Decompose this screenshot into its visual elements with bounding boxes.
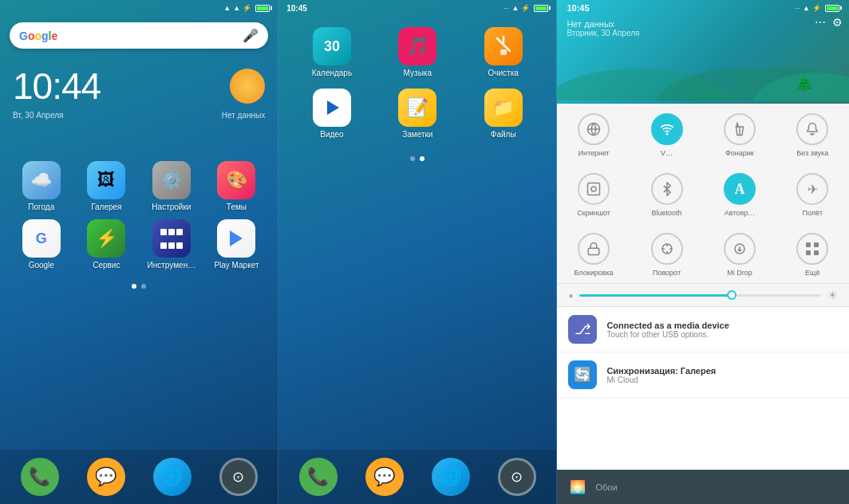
qs-more-button[interactable]: ⋯: [815, 16, 826, 29]
calendar-icon: 30: [313, 27, 351, 65]
app-label-gallery: Галерея: [91, 203, 121, 211]
qs-no-data: Нет данных: [567, 19, 839, 29]
page-dots-2: [278, 150, 556, 167]
quick-settings-screen: 10:45 ··· ▲ ⚡ Нет данных Вторник, 30 Апр…: [557, 0, 849, 504]
qs-tile-rotation[interactable]: Поворот: [630, 223, 703, 283]
status-bar-2: 10:45 ··· ▲ ⚡: [278, 0, 556, 16]
qs-tile-bluetooth[interactable]: Bluetooth: [630, 163, 703, 223]
qs-midrop-icon: [724, 233, 756, 265]
qs-airplane-icon: ✈: [796, 173, 828, 205]
status-time-2: 10:45: [286, 4, 307, 13]
dock2-browser[interactable]: 🌐: [432, 458, 470, 496]
signal-icon-1: ▲: [233, 4, 240, 12]
app-gallery[interactable]: 🖼 Галерея: [78, 161, 136, 211]
app-settings[interactable]: ⚙️ Настройки: [143, 161, 200, 211]
tools-icon: [152, 219, 191, 258]
page-dots-1: [0, 278, 278, 295]
qs-internet-icon: [578, 113, 610, 145]
svg-rect-11: [588, 183, 600, 195]
qs-tile-flashlight[interactable]: Фонарик: [703, 104, 776, 163]
status-icons-1: ▲ ▲ ⚡: [223, 4, 270, 12]
dock2-messages[interactable]: 💬: [365, 458, 404, 496]
files-icon: 📁: [484, 89, 523, 127]
dock-messages[interactable]: 💬: [87, 458, 125, 496]
qs-dots-icon: ···: [795, 4, 801, 12]
qs-flashlight-icon: [724, 113, 756, 145]
app-tools[interactable]: Инструмен…: [143, 219, 200, 270]
google-search-bar[interactable]: Google 🎤: [10, 22, 268, 49]
qs-tile-lock[interactable]: Блокировка: [557, 223, 630, 283]
qs-settings-button[interactable]: ⚙: [832, 16, 843, 29]
app-grid-2: 30 Календарь 🎵 Музыка Очистка Видео 📝 За…: [278, 16, 556, 150]
svg-rect-1: [500, 49, 507, 55]
app-label-tools: Инструмен…: [148, 261, 196, 270]
qs-midrop-label: Mi Drop: [727, 269, 752, 277]
qs-rotation-label: Поворот: [653, 269, 681, 277]
app-label-google: Google: [29, 261, 54, 270]
music-icon: 🎵: [398, 27, 436, 65]
app-music[interactable]: 🎵 Музыка: [381, 27, 455, 77]
dock-phone[interactable]: 📞: [21, 458, 59, 496]
dock-browser[interactable]: 🌐: [153, 458, 192, 496]
dock2-phone[interactable]: 📞: [299, 458, 338, 496]
app-play[interactable]: Play Маркет: [208, 219, 266, 270]
google-mic-icon[interactable]: 🎤: [243, 28, 259, 43]
usb-notif-text: Connected as a media device Touch for ot…: [606, 321, 729, 339]
app-service[interactable]: ⚡ Сервис: [78, 219, 136, 270]
app-files[interactable]: 📁 Файлы: [466, 89, 540, 139]
qs-toggle-grid: Интернет V… Фонарик Без звука Скриншот: [557, 104, 849, 284]
usb-icon: ⎇: [568, 315, 597, 344]
qs-date: Вторник, 30 Апреля: [567, 29, 839, 37]
gallery-icon: 🖼: [87, 161, 125, 199]
qs-tile-more[interactable]: Ещё: [776, 223, 849, 283]
charge-icon-1: ⚡: [243, 4, 251, 12]
app-clean[interactable]: Очистка: [466, 27, 540, 77]
qs-charge-icon: ⚡: [812, 4, 821, 12]
google-app-icon: G: [22, 219, 61, 258]
qs-internet-label: Интернет: [578, 149, 609, 157]
app-label-calendar: Календарь: [312, 69, 352, 77]
qs-tile-mute[interactable]: Без звука: [776, 104, 849, 163]
app-calendar[interactable]: 30 Календарь: [294, 27, 369, 77]
qs-wifi-tile-icon: [651, 113, 683, 145]
weather-icon: ☁️: [22, 161, 61, 199]
dot-2-inactive: [410, 156, 415, 161]
play-icon: [217, 219, 255, 258]
weather-widget: [230, 69, 265, 104]
clock-widget: 10:44: [0, 55, 278, 111]
qs-tile-airplane[interactable]: ✈ Полёт: [776, 163, 849, 223]
app-video[interactable]: Видео: [294, 89, 369, 139]
app-weather[interactable]: ☁️ Погода: [13, 161, 70, 211]
google-logo: Google: [19, 30, 57, 42]
wifi-icon-1: ▲: [223, 4, 231, 12]
app-google[interactable]: G Google: [13, 219, 70, 270]
app-themes[interactable]: 🎨 Темы: [208, 161, 266, 211]
dock2-camera[interactable]: ⊙: [498, 458, 536, 496]
qs-rotation-icon: [651, 233, 683, 265]
brightness-track[interactable]: [579, 294, 821, 297]
notification-sync[interactable]: 🔄 Синхронизация: Галерея Mi Cloud: [557, 352, 849, 398]
app-notes[interactable]: 📝 Заметки: [381, 89, 455, 139]
notification-usb[interactable]: ⎇ Connected as a media device Touch for …: [557, 307, 849, 352]
qs-lock-icon: [578, 233, 610, 265]
clock-date: Вт, 30 Апреля: [13, 111, 63, 120]
qs-status-icons: ··· ▲ ⚡: [795, 3, 839, 13]
qs-more-label: Ещё: [805, 269, 819, 277]
qs-tile-midrop[interactable]: Mi Drop: [703, 223, 776, 283]
qs-bottom-bar[interactable]: 🌅 Обои: [557, 470, 849, 504]
battery-icon-2: [534, 5, 548, 12]
qs-mute-label: Без звука: [796, 149, 828, 157]
dock-camera[interactable]: ⊙: [219, 458, 258, 496]
qs-tile-autorotate[interactable]: A Автояр…: [703, 163, 776, 223]
svg-rect-13: [588, 248, 599, 254]
dot-1-inactive: [141, 284, 146, 289]
qs-tile-wifi[interactable]: V…: [630, 104, 703, 163]
settings-icon: ⚙️: [152, 161, 191, 199]
clean-icon: [484, 27, 523, 65]
app-label-clean: Очистка: [488, 69, 519, 77]
brightness-row: ● ☀: [557, 284, 849, 307]
qs-screenshot-icon: [578, 173, 610, 205]
qs-tile-screenshot[interactable]: Скриншот: [557, 163, 630, 223]
qs-tile-internet[interactable]: Интернет: [557, 104, 630, 163]
sync-icon: 🔄: [568, 360, 597, 389]
